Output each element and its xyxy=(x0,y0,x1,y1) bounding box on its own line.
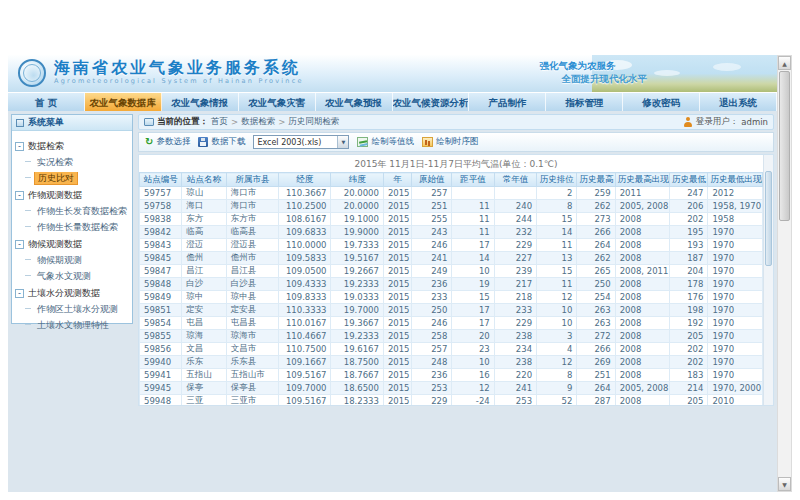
table-cell: 18.7667 xyxy=(331,369,383,382)
table-row: 59845儋州儋州市109.583319.5167201524114227132… xyxy=(140,252,763,265)
login-user-name: admin xyxy=(741,117,768,127)
nav-tab-6[interactable]: 产品制作 xyxy=(469,93,546,111)
table-cell: 269 xyxy=(577,356,615,369)
table-cell: 247 xyxy=(670,187,708,200)
table-cell: 258 xyxy=(412,330,452,343)
table-cell: 232 xyxy=(494,226,536,239)
table-cell: 198 xyxy=(670,304,708,317)
table-cell: 4 xyxy=(537,343,577,356)
tree-item[interactable]: 作物生长发育数据检索 xyxy=(25,205,129,218)
table-cell: 263 xyxy=(577,304,615,317)
table-cell: 59941 xyxy=(140,369,182,382)
table-cell: 195 xyxy=(670,226,708,239)
collapse-icon[interactable]: - xyxy=(15,142,24,151)
nav-tab-1[interactable]: 农业气象数据库 xyxy=(85,93,162,111)
table-cell: 12 xyxy=(537,356,577,369)
table-scrollbar[interactable] xyxy=(763,155,773,405)
tree-group-3[interactable]: -土壤水分观测数据 xyxy=(15,287,129,300)
scroll-up-arrow[interactable]: ▲ xyxy=(778,56,791,70)
table-cell: 2015 xyxy=(383,330,411,343)
menu-icon xyxy=(16,119,24,127)
table-cell: 2008 xyxy=(615,330,669,343)
draw-contour-button[interactable]: 绘制等值线 xyxy=(357,136,414,148)
nav-tab-8[interactable]: 修改密码 xyxy=(623,93,700,111)
tree-item[interactable]: 物候期观测 xyxy=(25,254,129,267)
nav-tab-7[interactable]: 指标管理 xyxy=(546,93,623,111)
export-format-select[interactable]: Excel 2003(.xls) ▼ xyxy=(253,135,349,149)
table-cell: 19.9000 xyxy=(331,226,383,239)
table-cell: 2011 xyxy=(615,187,669,200)
table-cell: 205 xyxy=(670,330,708,343)
tree-group-1[interactable]: -作物观测数据 xyxy=(15,189,129,202)
table-cell: 257 xyxy=(412,187,452,200)
tree-item[interactable]: 实况检索 xyxy=(25,156,129,169)
draw-timeseries-button[interactable]: 绘制时序图 xyxy=(422,136,479,148)
table-cell: 229 xyxy=(494,239,536,252)
column-header: 历史最低 xyxy=(670,173,708,187)
param-select-button[interactable]: ↻ 参数选择 xyxy=(145,136,190,148)
table-cell: 2015 xyxy=(383,226,411,239)
app-banner: 海南省农业气象业务服务系统 Agrometeorological System … xyxy=(8,55,777,92)
tree-item[interactable]: 作物区土壤水分观测 xyxy=(25,303,129,316)
nav-tab-2[interactable]: 农业气象情报 xyxy=(162,93,239,111)
page-scrollbar[interactable]: ▲ ▼ xyxy=(777,55,792,492)
tree-item-label: 作物区土壤水分观测 xyxy=(34,303,121,315)
table-cell xyxy=(494,187,536,200)
data-download-button[interactable]: 数据下载 xyxy=(198,136,245,148)
collapse-icon[interactable]: - xyxy=(15,240,24,249)
table-cell: 262 xyxy=(577,252,615,265)
table-cell: 59849 xyxy=(140,291,182,304)
breadcrumb-separator: > xyxy=(278,117,285,127)
table-cell: 2008, 2011 xyxy=(615,265,669,278)
tree-item[interactable]: 历史比对 xyxy=(25,172,129,185)
table-cell: 2015 xyxy=(383,395,411,407)
breadcrumb-link-2[interactable]: 历史同期检索 xyxy=(288,116,339,128)
column-header: 历史最高 xyxy=(577,173,615,187)
table-cell: 9 xyxy=(537,382,577,395)
nav-tab-3[interactable]: 农业气象灾害 xyxy=(239,93,316,111)
tree-item[interactable]: 作物生长量数据检索 xyxy=(25,221,129,234)
table-cell: 253 xyxy=(494,395,536,407)
table-cell: 2005, 2008 xyxy=(615,200,669,213)
table-scroll-thumb[interactable] xyxy=(765,171,772,266)
table-cell: 250 xyxy=(412,304,452,317)
page-scroll-thumb[interactable] xyxy=(779,71,790,221)
table-cell: 109.5167 xyxy=(279,395,331,407)
table-cell: 2015 xyxy=(383,213,411,226)
scroll-down-arrow[interactable]: ▼ xyxy=(778,477,791,491)
user-icon xyxy=(684,117,693,127)
table-cell: 14 xyxy=(537,226,577,239)
nav-tab-4[interactable]: 农业气象预报 xyxy=(316,93,393,111)
nav-tab-5[interactable]: 农业气候资源分析 xyxy=(393,93,470,111)
tree-item[interactable]: 气象水文观测 xyxy=(25,270,129,283)
table-cell: 266 xyxy=(577,226,615,239)
table-cell: 217 xyxy=(494,278,536,291)
table-row: 59838东方东方市108.616719.1000201525511244152… xyxy=(140,213,763,226)
table-row: 59758海口海口市110.250020.0000201525111240826… xyxy=(140,200,763,213)
breadcrumb-link-1[interactable]: 数据检索 xyxy=(241,116,275,128)
tree-group-2[interactable]: -物候观测数据 xyxy=(15,238,129,251)
table-cell: -24 xyxy=(452,395,494,407)
table-title: 2015年 11月1日-11月7日平均气温(单位：0.1℃) xyxy=(139,155,773,172)
nav-tab-0[interactable]: 首 页 xyxy=(8,93,85,111)
table-cell: 59845 xyxy=(140,252,182,265)
chevron-down-icon[interactable]: ▼ xyxy=(337,136,348,148)
tree-group-0[interactable]: -数据检索 xyxy=(15,140,129,153)
tree-item[interactable]: 土壤水文物理特性 xyxy=(25,319,129,332)
nav-tab-9[interactable]: 退出系统 xyxy=(700,93,777,111)
table-cell: 59940 xyxy=(140,356,182,369)
table-cell: 192 xyxy=(670,317,708,330)
table-cell: 海口 xyxy=(182,200,226,213)
table-cell: 110.3667 xyxy=(279,187,331,200)
collapse-icon[interactable]: - xyxy=(15,191,24,200)
table-cell: 琼山 xyxy=(182,187,226,200)
table-cell: 2015 xyxy=(383,369,411,382)
breadcrumb-link-0[interactable]: 首页 xyxy=(211,116,228,128)
table-cell: 263 xyxy=(577,317,615,330)
collapse-icon[interactable]: - xyxy=(15,289,24,298)
table-cell: 2008 xyxy=(615,343,669,356)
table-cell: 2005, 2008 xyxy=(615,382,669,395)
table-cell: 临高县 xyxy=(226,226,278,239)
table-cell: 246 xyxy=(412,239,452,252)
table-cell: 220 xyxy=(494,369,536,382)
